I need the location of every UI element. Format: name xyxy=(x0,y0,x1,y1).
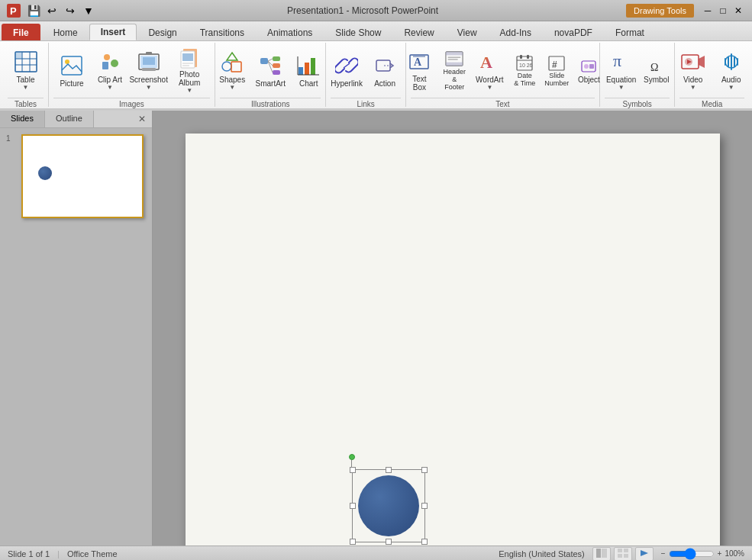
handle-bottom-left[interactable] xyxy=(350,539,356,545)
svg-rect-71 xyxy=(618,554,622,558)
tab-home[interactable]: Home xyxy=(42,24,89,40)
svg-point-58 xyxy=(584,64,589,69)
picture-button[interactable]: Picture xyxy=(53,44,90,96)
svg-rect-8 xyxy=(62,56,82,75)
maximize-button[interactable]: □ xyxy=(715,3,731,18)
video-button[interactable]: Video ▼ xyxy=(675,44,712,96)
group-images: Picture Clip Art ▼ xyxy=(49,43,215,107)
table-button[interactable]: Table ▼ xyxy=(8,44,44,96)
equation-label: Equation xyxy=(606,76,636,84)
tab-outline[interactable]: Outline xyxy=(45,111,94,127)
handle-top-right[interactable] xyxy=(421,467,428,473)
textbox-icon: A xyxy=(407,49,431,73)
undo-button[interactable]: ↩ xyxy=(44,3,60,18)
chart-button[interactable]: Chart xyxy=(290,44,327,96)
slide-canvas[interactable] xyxy=(186,134,720,546)
shapes-label: Shapes xyxy=(219,76,245,84)
ribbon: File Home Insert Design Transitions Anim… xyxy=(0,21,752,111)
handle-bottom-center[interactable] xyxy=(386,539,392,545)
symbol-icon: Ω xyxy=(647,57,666,76)
close-button[interactable]: ✕ xyxy=(731,3,746,18)
hyperlink-label: Hyperlink xyxy=(331,79,363,88)
canvas-area[interactable] xyxy=(153,111,752,546)
textbox-button[interactable]: A Text Box xyxy=(401,44,437,96)
svg-rect-46 xyxy=(446,63,463,66)
tab-animations[interactable]: Animations xyxy=(256,24,324,40)
svg-rect-27 xyxy=(273,56,280,61)
action-icon xyxy=(373,53,397,78)
rotation-handle[interactable] xyxy=(349,454,355,460)
picture-label: Picture xyxy=(60,79,83,88)
equation-dropdown-arrow: ▼ xyxy=(618,84,625,91)
zoom-out-button[interactable]: − xyxy=(661,549,666,558)
group-links-label: Links xyxy=(331,98,400,108)
group-tables-label: Tables xyxy=(8,98,44,108)
slide-info: Slide 1 of 1 xyxy=(8,549,50,558)
normal-view-button[interactable] xyxy=(592,547,611,561)
equation-button[interactable]: π Equation ▼ xyxy=(603,44,640,96)
photoalbum-button[interactable]: Photo Album ▼ xyxy=(169,44,210,96)
minimize-button[interactable]: ─ xyxy=(700,3,715,18)
shapes-dropdown-arrow: ▼ xyxy=(229,84,235,91)
handle-middle-left[interactable] xyxy=(350,503,356,509)
photoalbum-dropdown-arrow: ▼ xyxy=(186,87,192,94)
clipart-button[interactable]: Clip Art ▼ xyxy=(92,44,128,96)
redo-button[interactable]: ↪ xyxy=(63,3,78,18)
svg-rect-11 xyxy=(102,62,108,69)
tab-file[interactable]: File xyxy=(2,24,40,40)
hyperlink-button[interactable]: Hyperlink xyxy=(328,44,365,96)
zoom-in-button[interactable]: + xyxy=(718,549,722,558)
zoom-slider[interactable] xyxy=(669,550,715,558)
svg-marker-73 xyxy=(641,550,648,556)
datetime-button[interactable]: 10 26 Date& Time xyxy=(509,44,540,96)
smartart-button[interactable]: SmartArt xyxy=(252,44,289,96)
tab-slides[interactable]: Slides xyxy=(0,111,45,127)
slidenum-icon: # xyxy=(547,53,566,72)
svg-line-38 xyxy=(344,63,350,68)
textbox-label: Text Box xyxy=(406,75,432,92)
handle-top-center[interactable] xyxy=(386,467,392,473)
photoalbum-label: Photo Album xyxy=(174,70,205,87)
svg-rect-33 xyxy=(299,67,303,75)
audio-label: Audio xyxy=(721,76,741,84)
tab-format[interactable]: Format xyxy=(604,24,656,40)
headerfooter-button[interactable]: Header& Footer xyxy=(439,44,470,96)
screenshot-button[interactable]: Screenshot ▼ xyxy=(130,44,167,96)
action-button[interactable]: Action xyxy=(366,44,403,96)
action-label: Action xyxy=(374,79,395,88)
slide-panel-close-button[interactable]: ✕ xyxy=(132,111,152,127)
slide-sorter-button[interactable] xyxy=(614,547,632,561)
svg-rect-16 xyxy=(142,68,156,71)
tab-slideshow[interactable]: Slide Show xyxy=(324,24,392,40)
group-media: Video ▼ Audio ▼ Media xyxy=(675,43,749,107)
tab-view[interactable]: View xyxy=(446,24,489,40)
svg-line-32 xyxy=(268,61,273,72)
tab-insert[interactable]: Insert xyxy=(89,24,137,40)
tab-addins[interactable]: Add-Ins xyxy=(489,24,543,40)
audio-button[interactable]: Audio ▼ xyxy=(713,44,750,96)
group-illustrations-label: Illustrations xyxy=(220,98,321,108)
wordart-icon: A xyxy=(477,50,502,74)
handle-middle-right[interactable] xyxy=(421,503,428,509)
slide-item[interactable]: 1 xyxy=(6,134,146,218)
tab-review[interactable]: Review xyxy=(392,24,445,40)
tab-design[interactable]: Design xyxy=(137,24,188,40)
wordart-button[interactable]: A WordArt ▼ xyxy=(471,44,508,96)
circle-shape[interactable] xyxy=(358,475,419,536)
tab-transitions[interactable]: Transitions xyxy=(189,24,256,40)
svg-rect-20 xyxy=(182,53,193,61)
slideshow-button[interactable] xyxy=(635,547,654,561)
slidenum-button[interactable]: # SlideNumber xyxy=(541,44,572,96)
svg-text:π: π xyxy=(613,51,621,70)
clipart-icon xyxy=(98,50,122,74)
quick-access-dropdown[interactable]: ▼ xyxy=(81,3,96,18)
slide-thumbnail[interactable] xyxy=(21,134,144,218)
handle-top-left[interactable] xyxy=(350,467,356,473)
handle-bottom-right[interactable] xyxy=(421,539,428,545)
hyperlink-icon xyxy=(334,53,359,78)
tab-novapdf[interactable]: novaPDF xyxy=(543,24,604,40)
symbol-button[interactable]: Ω Symbol xyxy=(641,44,672,96)
svg-point-23 xyxy=(222,62,231,71)
save-button[interactable]: 💾 xyxy=(26,3,41,18)
shapes-button[interactable]: Shapes ▼ xyxy=(214,44,250,96)
